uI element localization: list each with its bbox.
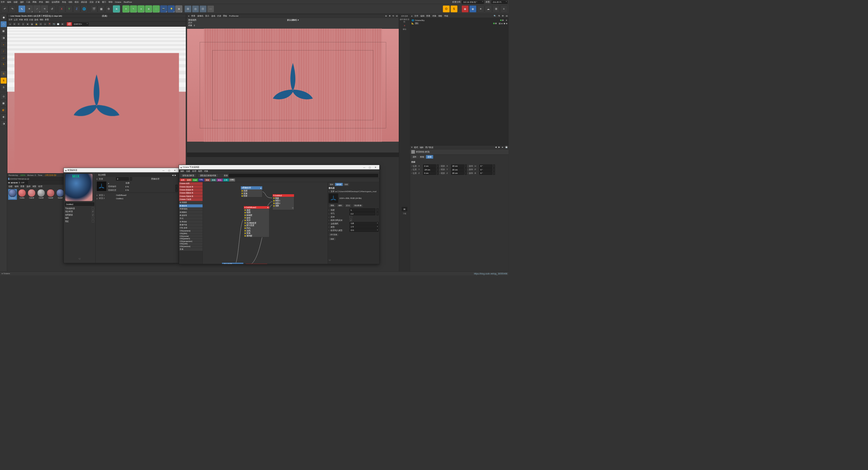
lv-mtab-create[interactable]: 创建	[8, 185, 13, 188]
om-bookmarks[interactable]: 书签	[444, 14, 448, 17]
mat-octmix[interactable]: OctMix	[18, 189, 26, 200]
menu-volume[interactable]: 体积	[45, 0, 50, 3]
checkbox[interactable]	[92, 214, 94, 216]
attr-back-icon[interactable]: ◀	[495, 146, 497, 149]
menu-simulate[interactable]: 模拟	[75, 0, 79, 3]
rf-button-1[interactable]: ◉	[461, 5, 469, 13]
lv-gear-icon[interactable]: ⚙	[13, 22, 17, 26]
node-image-texture[interactable]: ▾图像纹理▸ 强度 变换 投射	[241, 186, 262, 197]
ne-list-item[interactable]: 图像纹理	[179, 204, 203, 207]
om-edit[interactable]: 编辑	[420, 14, 425, 17]
vp-display[interactable]: 显示	[205, 15, 209, 17]
make-editable[interactable]: ⬢	[0, 14, 7, 21]
attr-input[interactable]	[423, 171, 436, 175]
lv-frame-4[interactable]: 4	[13, 178, 14, 180]
attr-tab-basic[interactable]: 基本	[411, 155, 418, 159]
ne-list-item[interactable]: 世界坐标	[179, 220, 203, 223]
np-tab-anim[interactable]: 动画	[343, 183, 349, 186]
om-file[interactable]: 文件	[414, 14, 418, 17]
edge-mode[interactable]: /	[0, 48, 7, 55]
snap-button[interactable]: ⊙	[0, 93, 7, 100]
ne-list-item[interactable]: OSL[vectron]	[179, 245, 203, 248]
menu-octane[interactable]: Octane	[115, 1, 121, 3]
volume-object[interactable]: ▦	[175, 5, 182, 13]
np-thumb[interactable]	[329, 193, 338, 203]
ne-chip[interactable]: C4D	[229, 179, 235, 182]
vp-nav-1[interactable]: ⊕	[385, 15, 387, 17]
tag-button[interactable]: ⊡	[199, 5, 206, 13]
lv-mtab-texture[interactable]: 纹理	[38, 185, 42, 188]
menu-character[interactable]: 角色	[62, 0, 66, 3]
primitive-cube[interactable]: ▣	[113, 5, 120, 13]
lv-frame-5[interactable]: 5	[14, 178, 15, 180]
ne-search-input[interactable]	[229, 174, 378, 177]
vp-camera-dropdown[interactable]: 默认摄像机 ▾	[287, 19, 299, 21]
attr-input[interactable]	[479, 168, 492, 171]
ne-chip[interactable]: 材质	[180, 179, 186, 182]
matedit-side-row[interactable]: 节点编辑器	[65, 207, 94, 210]
poly-mode[interactable]: ▱	[0, 55, 7, 61]
ne-list-item[interactable]: OSL 纹理	[179, 227, 203, 230]
spin[interactable]	[437, 164, 439, 167]
ne-list-item[interactable]: 棋盘纹理	[179, 214, 203, 217]
lv-menu-help[interactable]: 帮助	[39, 18, 44, 21]
layout-dropdown[interactable]: 当前 (标准/物理) *	[462, 0, 484, 3]
lv-tool-8[interactable]: ⊡	[39, 22, 43, 26]
rf-button-3[interactable]: ☀	[477, 5, 484, 13]
undo-button[interactable]: ↶	[1, 5, 8, 13]
lv-menu-ui[interactable]: 界面	[44, 18, 49, 21]
lv-frame-2[interactable]: 2	[9, 178, 11, 180]
spin[interactable]	[376, 212, 378, 215]
ne-list-item[interactable]: 浮点	[179, 217, 203, 220]
camera-object[interactable]: 📷	[160, 5, 167, 13]
om-handle-icon[interactable]: ≡	[411, 15, 412, 17]
attr-save-icon[interactable]: 💾	[505, 146, 508, 149]
matedit-preview[interactable]: MIX	[65, 173, 93, 201]
menu-render[interactable]: 渲染	[90, 0, 94, 3]
attr-mode[interactable]: 模式	[414, 146, 418, 149]
menu-mesh[interactable]: 网格	[33, 0, 37, 3]
matedit-count-spin[interactable]	[130, 177, 132, 180]
ne-list-item[interactable]: OSL[MA]	[179, 232, 203, 235]
matedit-count-input[interactable]	[116, 177, 129, 180]
lv-ldr-badge[interactable]: LDR8-bit	[66, 22, 72, 26]
om-more-icon[interactable]: ⊞	[506, 15, 508, 17]
vp-handle-icon[interactable]: ≡	[188, 15, 189, 17]
deformer[interactable]: ◉	[145, 5, 152, 13]
cmd-move[interactable]: 移动	[403, 28, 407, 30]
spin[interactable]	[493, 171, 495, 175]
lv-pause-icon[interactable]: ‖	[21, 22, 25, 26]
environment[interactable]: ⬚	[153, 5, 160, 13]
node-octdiffuse2[interactable]: ▾OctDiffuse2▸ 漫射 镜面 粗糙度 旋转 光泽 光泽粗糙度 胶片宽度…	[243, 206, 269, 238]
lv-mtab-edit[interactable]: 编辑	[15, 185, 19, 188]
lv-frame-10[interactable]: 10	[22, 178, 24, 180]
spin[interactable]	[175, 188, 177, 191]
ne-list-item[interactable]: OSL[projection]	[179, 240, 203, 243]
ne-chip[interactable]: 映射	[204, 179, 211, 182]
lv-close-icon[interactable]: ×	[8, 15, 9, 17]
menu-window[interactable]: 窗口	[102, 0, 106, 3]
ne-menu-texture[interactable]: 纹理	[192, 170, 196, 172]
checkbox[interactable]	[92, 220, 94, 222]
lv-camera-icon[interactable]: 📷	[52, 22, 56, 26]
axis-x-toggle[interactable]: X	[58, 5, 65, 13]
generator[interactable]: ◈	[138, 5, 145, 13]
ne-menu-view[interactable]: 视图	[198, 170, 202, 172]
np-input[interactable]	[350, 212, 375, 215]
np-edit-button[interactable]: 编辑	[337, 204, 344, 207]
om-tree[interactable]: 🌐 OctaneSky ☀ 📐 圆柱 ▨ ▲ ◉ ◈	[410, 18, 509, 145]
lv-frame-7[interactable]: 7	[17, 178, 18, 180]
octane-live-button[interactable]: O	[443, 5, 450, 13]
spin[interactable]	[376, 208, 378, 211]
matedit-name-input[interactable]	[65, 203, 94, 206]
checkbox[interactable]	[92, 207, 94, 210]
np-dropdown[interactable]: 自动	[350, 229, 378, 232]
matedit-close[interactable]: ✕	[172, 168, 177, 172]
ne-menu-object[interactable]: 对象	[204, 170, 208, 172]
attr-input[interactable]	[451, 164, 464, 167]
np-dropdown[interactable]: 正常	[350, 225, 378, 228]
lv-render-view[interactable]	[7, 27, 186, 173]
ne-list-item[interactable]: Octane 材质	[179, 182, 203, 185]
menu-tracker[interactable]: 跟踪器	[81, 0, 87, 3]
ne-list-item[interactable]: Octane 混合材质	[179, 185, 203, 188]
